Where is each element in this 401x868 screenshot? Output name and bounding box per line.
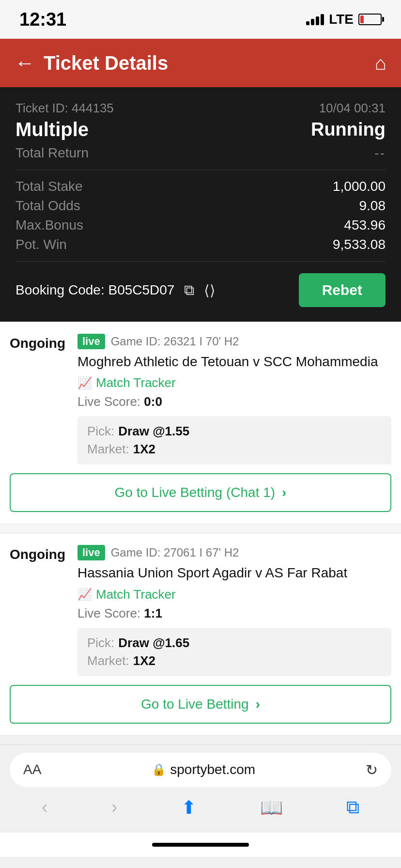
total-return-value: -- [374,145,386,161]
header-left: ← Ticket Details [15,52,168,74]
lte-label: LTE [329,12,354,27]
tracker-chart-icon-2: 📈 [77,588,92,601]
lock-icon: 🔒 [152,763,166,776]
share-nav-icon[interactable]: ⬆ [181,797,197,818]
pot-win-row: Pot. Win 9,533.08 [15,237,386,252]
tabs-nav-icon[interactable]: ⧉ [346,797,359,818]
match-inner: Ongoing live Game ID: 26321 I 70' H2 Mog… [0,322,401,473]
status-bar: 12:31 LTE [0,0,401,39]
ticket-status: Running [311,119,386,140]
go-live-betting-button-2[interactable]: Go to Live Betting › [10,685,391,724]
game-id-2: Game ID: 27061 I 67' H2 [111,546,239,559]
max-bonus-row: Max.Bonus 453.96 [15,217,386,233]
match-tracker-label-2: Match Tracker [96,587,176,602]
booking-code: Booking Code: B05C5D07 [15,282,174,298]
live-score-value-2: 1:1 [144,606,162,620]
pot-win-label: Pot. Win [15,237,67,252]
match-tracker-label: Match Tracker [96,375,176,390]
ticket-type-row: Multiple Running [15,119,386,140]
pick-market-box: Pick: Draw @1.55 Market: 1X2 [77,416,391,465]
max-bonus-label: Max.Bonus [15,217,83,233]
share-icon[interactable]: ⟨⟩ [204,282,216,299]
home-bar [152,843,249,847]
pick-value: Draw @1.55 [118,424,189,439]
booking-left: Booking Code: B05C5D07 ⧉ ⟨⟩ [15,282,216,299]
header: ← Ticket Details ⌂ [0,39,401,87]
pick-row-2: Pick: Draw @1.65 [87,636,382,651]
go-live-btn-label: Go to Live Betting (Chat 1) [115,485,276,500]
match-card: Ongoing live Game ID: 26321 I 70' H2 Mog… [0,322,401,524]
url-text[interactable]: sportybet.com [170,762,255,777]
match-details: live Game ID: 26321 I 70' H2 Moghreb Ath… [77,334,391,473]
refresh-icon[interactable]: ↻ [366,761,378,778]
url-bar-left: AA [23,762,41,777]
live-score-value: 0:0 [144,394,162,409]
ticket-section: Ticket ID: 444135 10/04 00:31 Multiple R… [0,87,401,322]
home-button[interactable]: ⌂ [375,52,386,74]
match-status-ongoing: Ongoing [10,334,77,351]
forward-nav-icon[interactable]: › [111,797,118,818]
go-live-btn-wrap: Go to Live Betting (Chat 1) › [0,473,401,524]
market-row-2: Market: 1X2 [87,653,382,668]
match-inner: Ongoing live Game ID: 27061 I 67' H2 Has… [0,533,401,684]
ticket-meta: Ticket ID: 444135 10/04 00:31 [15,101,386,116]
match-tracker-row-2[interactable]: 📈 Match Tracker [77,587,391,602]
matches-section: Ongoing live Game ID: 26321 I 70' H2 Mog… [0,322,401,736]
live-badge: live [77,334,105,349]
browser-bar: AA 🔒 sportybet.com ↻ ‹ › ⬆ 📖 ⧉ [0,744,401,833]
match-teams-2: Hassania Union Sport Agadir v AS Far Rab… [77,564,391,582]
go-live-btn-label-2: Go to Live Betting [141,697,249,712]
booking-row: Booking Code: B05C5D07 ⧉ ⟨⟩ Rebet [15,273,386,307]
battery-fill [360,16,364,23]
total-odds-label: Total Odds [15,198,80,214]
signal-bars-icon [306,14,324,25]
pick-label-2: Pick: [87,636,114,651]
ticket-date: 10/04 00:31 [319,101,386,116]
total-stake-row: Total Stake 1,000.00 [15,179,386,194]
browser-nav: ‹ › ⬆ 📖 ⧉ [10,792,391,828]
pick-value-2: Draw @1.65 [118,636,189,651]
go-live-betting-button[interactable]: Go to Live Betting (Chat 1) › [10,473,391,512]
pick-label: Pick: [87,424,114,439]
pot-win-value: 9,533.08 [333,237,386,252]
match-teams: Moghreb Athletic de Tetouan v SCC Mohamm… [77,353,391,371]
match-details-2: live Game ID: 27061 I 67' H2 Hassania Un… [77,545,391,684]
total-stake-label: Total Stake [15,179,83,194]
live-badge-2: live [77,545,105,560]
match-top-row: live Game ID: 26321 I 70' H2 [77,334,391,349]
market-value-2: 1X2 [133,653,155,668]
match-top-row-2: live Game ID: 27061 I 67' H2 [77,545,391,560]
total-return-label: Total Return [15,145,89,161]
market-label: Market: [87,442,129,457]
live-score-row: Live Score: 0:0 [77,394,391,409]
page-title: Ticket Details [44,52,168,74]
chevron-right-icon-2: › [256,697,260,712]
match-card: Ongoing live Game ID: 27061 I 67' H2 Has… [0,533,401,735]
bookmarks-nav-icon[interactable]: 📖 [260,797,283,818]
ticket-type: Multiple [15,119,89,140]
max-bonus-value: 453.96 [344,217,386,233]
pick-row: Pick: Draw @1.55 [87,424,382,439]
pick-market-box-2: Pick: Draw @1.65 Market: 1X2 [77,628,391,676]
go-live-btn-wrap-2: Go to Live Betting › [0,685,401,735]
live-score-label-2: Live Score: [77,606,140,620]
back-button[interactable]: ← [15,53,35,73]
url-center: 🔒 sportybet.com [152,762,255,777]
back-nav-icon[interactable]: ‹ [42,797,48,818]
total-return-row: Total Return -- [15,145,386,170]
total-odds-value: 9.08 [359,198,386,214]
match-tracker-row[interactable]: 📈 Match Tracker [77,375,391,390]
status-icons: LTE [306,12,382,27]
total-odds-row: Total Odds 9.08 [15,198,386,214]
url-bar[interactable]: AA 🔒 sportybet.com ↻ [10,753,391,787]
ticket-id: Ticket ID: 444135 [15,101,114,116]
tracker-chart-icon: 📈 [77,376,92,390]
aa-text[interactable]: AA [23,762,41,777]
game-id: Game ID: 26321 I 70' H2 [111,335,239,348]
chevron-right-icon: › [282,485,286,500]
rebet-button[interactable]: Rebet [299,273,386,307]
total-stake-value: 1,000.00 [333,179,386,194]
live-score-row-2: Live Score: 1:1 [77,606,391,621]
copy-icon[interactable]: ⧉ [184,282,194,299]
battery-icon [358,14,382,25]
